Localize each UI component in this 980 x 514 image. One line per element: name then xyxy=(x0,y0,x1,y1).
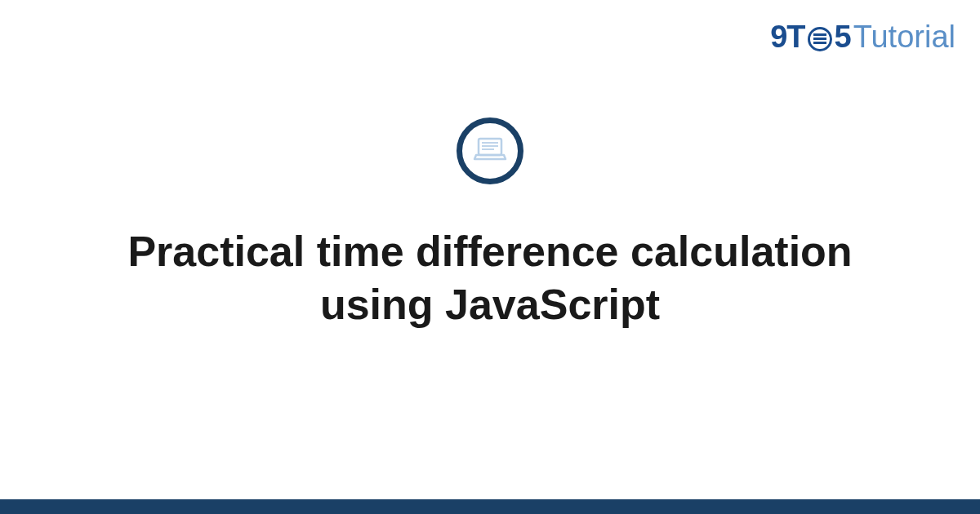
footer-bar xyxy=(0,499,980,514)
page-title: Practical time difference calculation us… xyxy=(122,225,858,331)
svg-rect-0 xyxy=(479,139,501,155)
laptop-icon xyxy=(457,117,523,184)
main-content: Practical time difference calculation us… xyxy=(0,0,980,514)
laptop-icon-svg xyxy=(471,132,509,170)
